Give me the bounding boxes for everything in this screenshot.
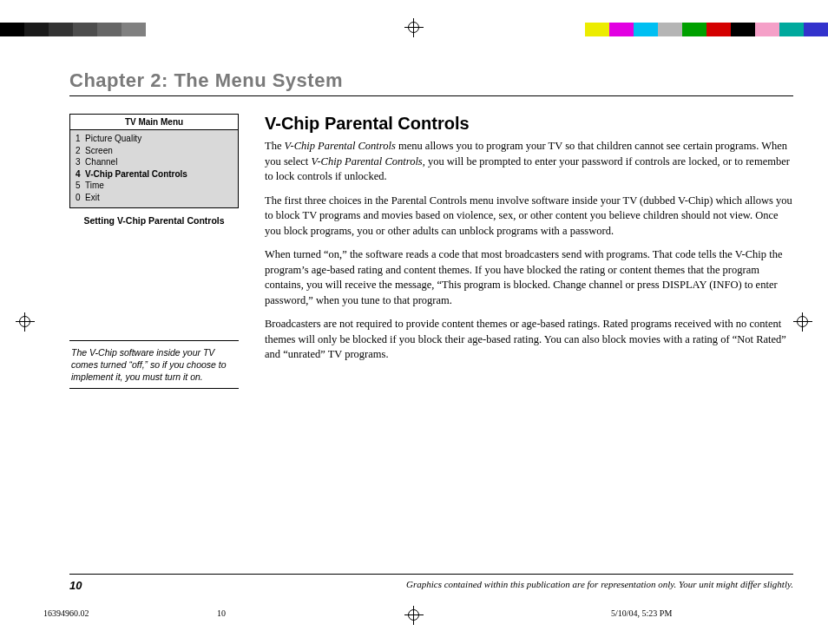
print-slug-line: 16394960.02 10 5/10/04, 5:23 PM xyxy=(43,608,785,618)
paragraph-4: Broadcasters are not required to provide… xyxy=(265,317,793,363)
menu-item: 0 Exit xyxy=(76,192,233,204)
registration-mark-icon xyxy=(793,312,812,332)
slug-doc-id: 16394960.02 xyxy=(43,608,217,618)
page-number: 10 xyxy=(69,579,82,592)
menu-item: 1 Picture Quality xyxy=(76,133,233,145)
menu-item: 5 Time xyxy=(76,180,233,192)
paragraph-3: When turned “on,” the software reads a c… xyxy=(265,247,793,308)
sidebar-note: The V-Chip software inside your TV comes… xyxy=(69,340,239,390)
menu-caption: Setting V-Chip Parental Controls xyxy=(69,215,239,227)
page-body: Chapter 2: The Menu System TV Main Menu … xyxy=(69,69,793,575)
paragraph-1: The V-Chip Parental Controls menu allows… xyxy=(265,139,793,185)
menu-item: 4 V-Chip Parental Controls xyxy=(76,168,233,181)
registration-mark-icon xyxy=(16,312,35,332)
menu-item: 3 Channel xyxy=(76,156,233,168)
menu-item: 2 Screen xyxy=(76,145,233,157)
menu-list: 1 Picture Quality2 Screen3 Channel4 V-Ch… xyxy=(70,130,238,207)
slug-datetime: 5/10/04, 5:23 PM xyxy=(611,608,785,618)
main-content: V-Chip Parental Controls The V-Chip Pare… xyxy=(265,114,793,389)
page-footer: 10 Graphics contained within this public… xyxy=(69,574,793,575)
menu-box-title: TV Main Menu xyxy=(70,115,238,130)
slug-page: 10 xyxy=(217,608,611,618)
sidebar: TV Main Menu 1 Picture Quality2 Screen3 … xyxy=(69,114,239,389)
italic-text: V-Chip Parental Controls xyxy=(311,155,422,168)
section-heading: V-Chip Parental Controls xyxy=(265,114,793,134)
footer-disclaimer: Graphics contained within this publicati… xyxy=(406,579,793,589)
paragraph-2: The first three choices in the Parental … xyxy=(265,194,793,240)
registration-mark-icon xyxy=(404,18,424,37)
chapter-title: Chapter 2: The Menu System xyxy=(69,69,793,96)
text: The xyxy=(265,140,285,152)
tv-main-menu-box: TV Main Menu 1 Picture Quality2 Screen3 … xyxy=(69,114,239,208)
italic-text: V-Chip Parental Controls xyxy=(285,140,396,152)
